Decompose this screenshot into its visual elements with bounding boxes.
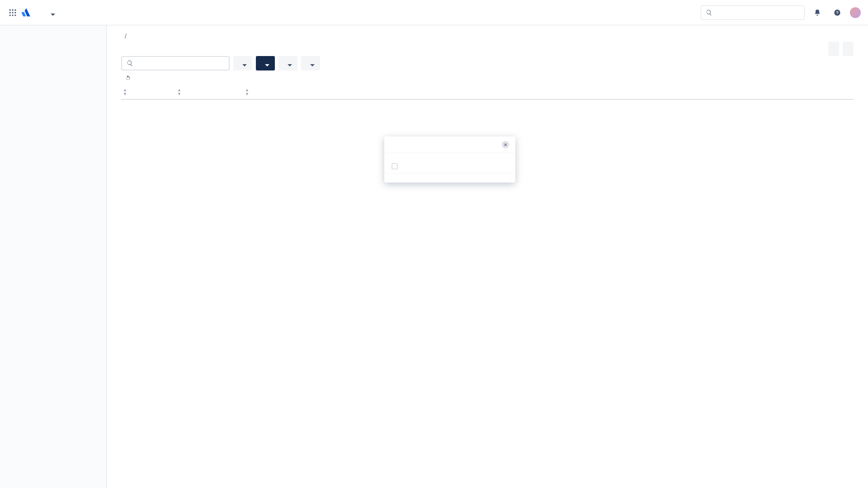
svg-point-4 xyxy=(12,12,13,13)
topnav-right: ? xyxy=(701,5,861,20)
global-search-input[interactable] xyxy=(712,9,800,16)
column-date[interactable]: ▲▼ xyxy=(121,88,175,96)
svg-point-5 xyxy=(14,12,16,13)
global-search[interactable] xyxy=(701,5,805,20)
filter-search-input[interactable] xyxy=(133,60,224,67)
svg-point-2 xyxy=(14,9,16,10)
svg-point-0 xyxy=(9,9,11,10)
svg-point-8 xyxy=(14,14,16,16)
svg-text:?: ? xyxy=(836,10,839,15)
column-activity xyxy=(370,88,854,96)
notifications-icon[interactable] xyxy=(810,5,825,20)
breadcrumbs: / xyxy=(121,33,854,40)
filter-activities[interactable] xyxy=(256,56,275,70)
column-location[interactable]: ▲▼ xyxy=(175,88,243,96)
filter-search[interactable] xyxy=(121,56,230,70)
activities-popover: ✕ xyxy=(384,136,515,183)
help-icon[interactable]: ? xyxy=(830,5,844,20)
sidebar xyxy=(0,25,107,488)
popover-footer xyxy=(384,173,515,183)
svg-point-6 xyxy=(9,14,11,16)
filter-actor[interactable] xyxy=(278,56,297,70)
refresh-icon[interactable] xyxy=(125,75,131,83)
chevron-down-icon xyxy=(51,10,55,15)
settings-button[interactable] xyxy=(843,42,854,56)
svg-point-3 xyxy=(9,12,11,13)
svg-point-1 xyxy=(12,9,13,10)
activities-search-input[interactable] xyxy=(391,141,498,148)
chevron-down-icon xyxy=(242,61,247,66)
user-avatar[interactable] xyxy=(850,7,861,18)
popover-group-header xyxy=(384,153,515,160)
export-log-button[interactable] xyxy=(828,42,839,56)
sort-icon: ▲▼ xyxy=(177,88,181,96)
apply-button xyxy=(324,56,335,70)
brand[interactable] xyxy=(22,8,34,17)
chevron-down-icon xyxy=(288,61,292,66)
atlassian-logo-icon xyxy=(22,8,31,17)
column-actor[interactable]: ▲▼ xyxy=(243,88,370,96)
app-switcher-icon[interactable] xyxy=(7,7,18,18)
clear-icon[interactable]: ✕ xyxy=(502,141,509,148)
svg-point-7 xyxy=(12,14,13,16)
filters-row xyxy=(121,56,854,70)
search-icon xyxy=(127,60,133,67)
checkbox[interactable] xyxy=(392,163,398,169)
search-icon xyxy=(706,9,712,16)
table-header: ▲▼ ▲▼ ▲▼ xyxy=(121,88,854,100)
sort-icon: ▲▼ xyxy=(245,88,249,96)
sort-icon: ▲▼ xyxy=(123,88,127,96)
filter-ip[interactable] xyxy=(301,56,320,70)
top-nav: ? xyxy=(0,0,868,25)
results-summary xyxy=(121,75,854,83)
org-switcher[interactable] xyxy=(45,9,58,17)
chevron-down-icon xyxy=(265,61,269,66)
filter-date[interactable] xyxy=(233,56,252,70)
chevron-down-icon xyxy=(310,61,315,66)
popover-option[interactable] xyxy=(384,160,515,173)
main-content: / xyxy=(107,25,868,488)
